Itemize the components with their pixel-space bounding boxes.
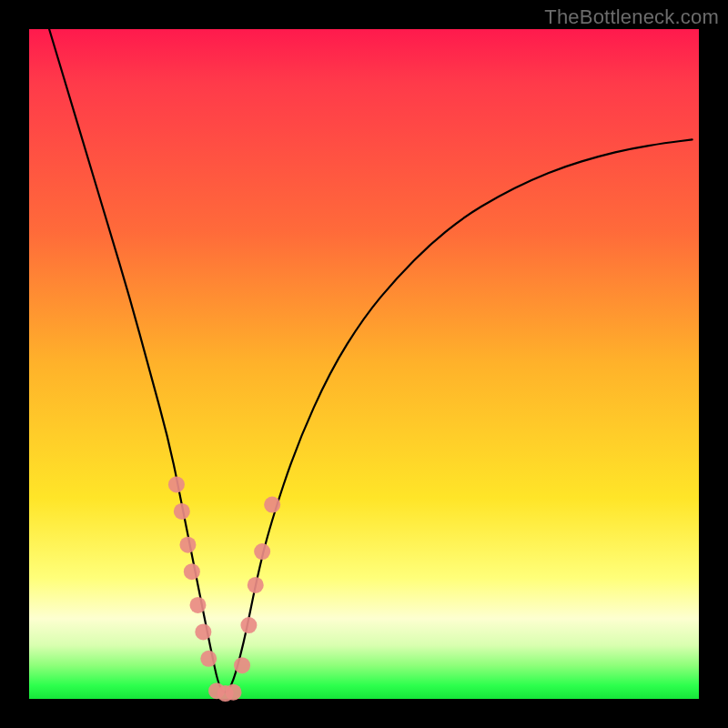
chart-frame: TheBottleneck.com [0,0,728,728]
curve-dot [174,503,190,520]
curve-dot [254,543,270,560]
curve-dot [179,537,196,553]
curve-dot [240,617,257,633]
watermark-text: TheBottleneck.com [544,5,719,29]
curve-dot [195,623,211,640]
curve-dot [234,657,250,673]
plot-area [29,29,699,699]
curve-dot [168,476,185,492]
curve-dot [200,651,217,667]
curve-dot [264,497,280,513]
bottleneck-curve [49,29,693,693]
chart-svg [29,29,699,699]
curve-dot [184,563,200,580]
curve-dot [248,577,264,593]
curve-dots-group [168,476,280,702]
curve-dot [225,684,241,701]
curve-dot [189,597,206,613]
